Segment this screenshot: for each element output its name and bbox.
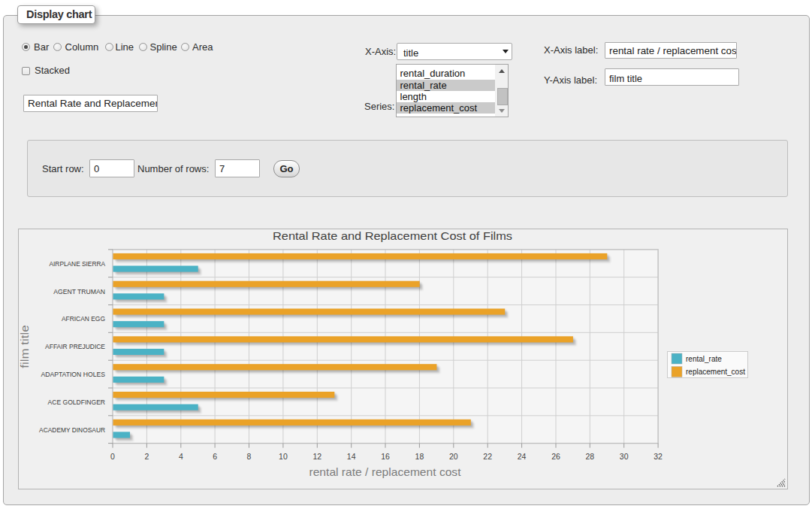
svg-text:ACE GOLDFINGER: ACE GOLDFINGER: [48, 398, 105, 406]
svg-text:24: 24: [518, 452, 527, 461]
svg-text:30: 30: [620, 452, 629, 461]
svg-text:rental_rate: rental_rate: [686, 355, 722, 363]
svg-text:16: 16: [381, 452, 390, 461]
svg-text:14: 14: [347, 452, 356, 461]
svg-text:18: 18: [415, 452, 424, 461]
svg-text:6: 6: [213, 452, 217, 461]
svg-text:ADAPTATION HOLES: ADAPTATION HOLES: [41, 370, 105, 378]
svg-text:rental rate / replacement cost: rental rate / replacement cost: [309, 465, 462, 478]
svg-text:2: 2: [144, 452, 149, 461]
svg-text:ACADEMY DINOSAUR: ACADEMY DINOSAUR: [39, 426, 105, 434]
svg-text:20: 20: [449, 452, 458, 461]
svg-text:26: 26: [551, 452, 560, 461]
svg-text:4: 4: [179, 452, 183, 461]
svg-text:0: 0: [110, 452, 115, 461]
svg-text:replacement_cost: replacement_cost: [686, 368, 745, 376]
svg-text:AGENT TRUMAN: AGENT TRUMAN: [53, 287, 105, 295]
svg-text:28: 28: [585, 452, 594, 461]
svg-text:Rental Rate and Replacement Co: Rental Rate and Replacement Cost of Film…: [273, 229, 512, 242]
svg-text:12: 12: [312, 452, 321, 461]
svg-text:10: 10: [279, 452, 288, 461]
svg-text:AFFAIR PREJUDICE: AFFAIR PREJUDICE: [45, 342, 105, 350]
svg-text:AFRICAN EGG: AFRICAN EGG: [62, 314, 105, 323]
svg-text:32: 32: [654, 452, 663, 461]
svg-text:8: 8: [247, 452, 252, 461]
svg-text:AIRPLANE SIERRA: AIRPLANE SIERRA: [50, 259, 106, 268]
svg-text:film title: film title: [18, 325, 31, 368]
svg-text:22: 22: [483, 452, 492, 461]
